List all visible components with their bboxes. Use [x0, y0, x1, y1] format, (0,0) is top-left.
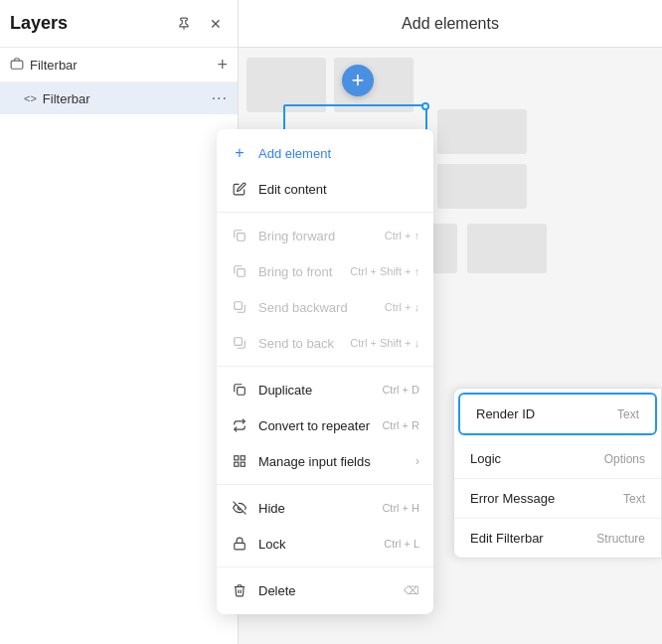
menu-item-edit-content[interactable]: Edit content	[217, 171, 433, 207]
svg-rect-9	[241, 462, 245, 466]
right-panel-popup: Render ID Text Logic Options Error Messa…	[453, 388, 662, 559]
duplicate-label: Duplicate	[258, 383, 374, 398]
edit-content-label: Edit content	[258, 182, 419, 197]
menu-item-send-to-back[interactable]: Send to back Ctrl + Shift + ↓	[217, 325, 433, 361]
canvas-block	[437, 109, 527, 154]
svg-rect-5	[235, 338, 243, 346]
context-menu: + Add element Edit content Bring forward…	[217, 129, 433, 614]
right-panel-item-error-message[interactable]: Error Message Text	[454, 479, 661, 519]
divider-2	[217, 366, 433, 367]
svg-rect-4	[235, 302, 243, 310]
layers-header: Layers ✕	[0, 0, 238, 48]
layer-group-icon	[10, 57, 24, 74]
divider-3	[217, 484, 433, 485]
canvas-top-bar: Add elements	[239, 0, 662, 48]
error-message-type: Text	[623, 492, 645, 506]
render-id-type: Text	[617, 407, 639, 421]
layers-title: Layers	[10, 13, 172, 34]
render-id-label: Render ID	[476, 406, 617, 421]
layer-item-code-icon: <>	[24, 92, 37, 104]
canvas-block	[467, 224, 547, 273]
canvas-title: Add elements	[402, 15, 499, 33]
menu-item-duplicate[interactable]: Duplicate Ctrl + D	[217, 372, 433, 407]
svg-rect-8	[241, 456, 245, 460]
menu-item-delete[interactable]: Delete ⌫	[217, 572, 433, 608]
edit-filterbar-label: Edit Filterbar	[470, 531, 596, 546]
send-to-back-label: Send to back	[258, 336, 342, 351]
send-to-back-icon	[231, 334, 248, 352]
svg-rect-3	[238, 269, 246, 277]
delete-icon	[231, 581, 248, 599]
convert-to-repeater-shortcut: Ctrl + R	[382, 419, 419, 431]
hide-icon	[231, 499, 248, 517]
duplicate-shortcut: Ctrl + D	[382, 384, 419, 396]
logic-label: Logic	[470, 451, 604, 466]
edit-filterbar-type: Structure	[596, 532, 645, 546]
right-panel-item-edit-filterbar[interactable]: Edit Filterbar Structure	[454, 519, 661, 558]
send-backward-icon	[231, 298, 248, 316]
send-backward-label: Send backward	[258, 300, 377, 315]
delete-label: Delete	[258, 583, 396, 598]
bring-to-front-icon	[231, 262, 248, 280]
menu-item-lock[interactable]: Lock Ctrl + L	[217, 526, 433, 562]
bring-to-front-label: Bring to front	[258, 264, 342, 279]
divider-1	[217, 212, 433, 213]
menu-item-bring-forward[interactable]: Bring forward Ctrl + ↑	[217, 218, 433, 253]
bring-forward-shortcut: Ctrl + ↑	[385, 230, 419, 242]
layers-panel: Layers ✕ Filterbar + <> Filterbar ···	[0, 0, 239, 644]
close-icon[interactable]: ✕	[204, 12, 228, 36]
svg-rect-12	[235, 543, 246, 549]
canvas-block	[437, 164, 527, 209]
right-panel-item-render-id[interactable]: Render ID Text	[458, 393, 657, 435]
pin-icon[interactable]	[172, 12, 196, 36]
bring-to-front-shortcut: Ctrl + Shift + ↑	[350, 265, 419, 277]
menu-item-convert-to-repeater[interactable]: Convert to repeater Ctrl + R	[217, 407, 433, 443]
svg-rect-10	[235, 462, 239, 466]
menu-item-bring-to-front[interactable]: Bring to front Ctrl + Shift + ↑	[217, 253, 433, 289]
hide-shortcut: Ctrl + H	[382, 502, 419, 514]
layer-item-name: Filterbar	[43, 91, 212, 106]
menu-item-manage-input-fields[interactable]: Manage input fields ›	[217, 443, 433, 479]
convert-to-repeater-label: Convert to repeater	[258, 418, 374, 433]
bring-forward-icon	[231, 227, 248, 244]
add-element-label: Add element	[258, 146, 419, 161]
convert-repeater-icon	[231, 416, 248, 434]
manage-input-fields-arrow: ›	[415, 454, 419, 468]
selection-handle-tr[interactable]	[421, 102, 429, 110]
layer-group-name: Filterbar	[30, 58, 217, 73]
add-element-button[interactable]: +	[342, 65, 374, 96]
menu-item-send-backward[interactable]: Send backward Ctrl + ↓	[217, 289, 433, 325]
svg-rect-1	[11, 61, 23, 69]
lock-label: Lock	[258, 537, 376, 552]
layer-group-add-button[interactable]: +	[217, 56, 228, 74]
bring-forward-label: Bring forward	[258, 229, 377, 243]
layers-header-icons: ✕	[172, 12, 228, 36]
logic-type: Options	[604, 452, 645, 466]
hide-label: Hide	[258, 501, 374, 516]
manage-input-fields-icon	[231, 452, 248, 470]
send-backward-shortcut: Ctrl + ↓	[385, 301, 419, 313]
add-element-icon: +	[231, 144, 248, 162]
svg-rect-2	[238, 234, 246, 242]
svg-rect-6	[238, 388, 246, 396]
svg-rect-7	[235, 456, 239, 460]
add-icon: +	[352, 68, 365, 93]
edit-content-icon	[231, 180, 248, 198]
layer-group-filterbar[interactable]: Filterbar +	[0, 48, 238, 82]
send-to-back-shortcut: Ctrl + Shift + ↓	[350, 337, 419, 349]
layer-item-filterbar[interactable]: <> Filterbar ···	[0, 82, 238, 114]
error-message-label: Error Message	[470, 491, 623, 506]
right-panel-item-logic[interactable]: Logic Options	[454, 439, 661, 479]
divider-4	[217, 566, 433, 567]
delete-shortcut: ⌫	[404, 584, 419, 597]
menu-item-add-element[interactable]: + Add element	[217, 135, 433, 171]
duplicate-icon	[231, 381, 248, 399]
manage-input-fields-label: Manage input fields	[258, 454, 415, 469]
layer-item-menu-button[interactable]: ···	[212, 89, 228, 107]
menu-item-hide[interactable]: Hide Ctrl + H	[217, 490, 433, 526]
lock-icon	[231, 535, 248, 553]
lock-shortcut: Ctrl + L	[384, 538, 419, 550]
